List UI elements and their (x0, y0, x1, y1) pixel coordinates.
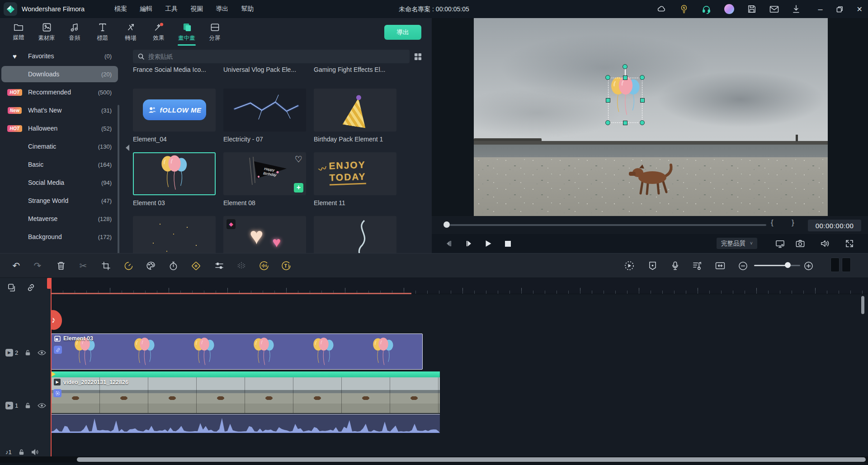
previous-frame-button[interactable] (443, 238, 454, 249)
tab-transitions[interactable]: 轉場 (117, 18, 145, 46)
save-icon[interactable] (747, 5, 756, 14)
cloud-icon[interactable] (656, 4, 666, 14)
tab-media[interactable]: 媒體 (5, 18, 33, 46)
resize-handle-sw[interactable] (605, 120, 610, 125)
resize-handle-s[interactable] (623, 121, 627, 125)
timeline-ruler[interactable] (51, 278, 868, 294)
resize-handle-e[interactable] (640, 98, 645, 103)
add-to-timeline-button[interactable]: + (294, 183, 303, 193)
user-avatar[interactable] (724, 4, 734, 14)
timeline-zoom-slider[interactable] (754, 265, 788, 266)
download-icon[interactable] (792, 5, 800, 14)
stop-button[interactable] (502, 238, 513, 249)
mail-icon[interactable] (769, 5, 779, 13)
tab-split-screen[interactable]: 分屏 (201, 18, 229, 46)
record-voiceover-button[interactable] (668, 259, 682, 272)
tab-effects[interactable]: 效果 (145, 18, 173, 46)
mark-in-button[interactable]: { (771, 218, 774, 227)
sticker-item-element11[interactable]: 〰 ENJOY TODAY Element 11 (314, 152, 396, 216)
sticker-item-partial[interactable] (314, 216, 396, 253)
tab-stock-media[interactable]: 素材庫 (33, 18, 61, 46)
timeline-vscrollbar[interactable] (861, 296, 864, 314)
menu-view[interactable]: 視圖 (190, 5, 203, 13)
marker-button[interactable] (646, 259, 659, 272)
resize-handle-se[interactable] (640, 120, 645, 125)
tab-titles[interactable]: 標題 (89, 18, 117, 46)
link-clips-icon[interactable] (25, 282, 37, 293)
preview-seek-bar[interactable] (450, 224, 766, 226)
fullscreen-icon[interactable] (844, 238, 855, 249)
sidebar-item-halloween[interactable]: HOTHalloween(52) (1, 120, 118, 136)
timer-button[interactable] (166, 259, 180, 272)
sticker-item-element03[interactable]: Element 03 (133, 152, 216, 216)
sticker-item-birthday-pack-1[interactable]: Birthday Pack Element 1 (314, 89, 396, 152)
pip-clip-element03[interactable]: Element 03 (51, 333, 423, 370)
playhead-handle[interactable] (47, 278, 51, 289)
preview-video[interactable] (474, 18, 828, 216)
track1-lock-icon[interactable] (24, 402, 31, 409)
redo-button[interactable]: ↷ (31, 259, 44, 272)
sidebar-item-background[interactable]: Background(172) (1, 229, 118, 245)
sidebar-scrollbar[interactable] (118, 105, 119, 254)
fit-timeline-button[interactable] (713, 259, 727, 272)
sidebar-item-whats-new[interactable]: NewWhat's New(31) (1, 102, 118, 118)
sticker-item-element04[interactable]: fOLLOW ME Element_04 (133, 89, 216, 152)
minimize-button[interactable]: – (818, 5, 823, 14)
sidebar-item-basic[interactable]: Basic(164) (1, 156, 118, 173)
menu-tools[interactable]: 工具 (165, 5, 178, 13)
sticker-item-electricity07[interactable]: Electricity - 07 (223, 89, 306, 152)
next-frame-button[interactable] (463, 238, 474, 249)
support-headset-icon[interactable] (702, 5, 711, 14)
sticker-item-element08[interactable]: Happy Birthday ♡ + Element 08 (223, 152, 306, 216)
sticker-item-partial[interactable] (133, 216, 216, 253)
menu-edit[interactable]: 編輯 (140, 5, 152, 13)
snapshot-camera-icon[interactable] (795, 238, 806, 249)
audio-ducking-button[interactable] (257, 259, 271, 272)
zoom-in-button[interactable] (802, 259, 815, 272)
video-clip-20220131[interactable]: ▶ video_20220131_122826 (51, 377, 440, 413)
mute-speaker-icon[interactable] (820, 238, 830, 249)
preview-seek-handle[interactable] (443, 221, 450, 228)
audio-track-speaker-icon[interactable] (31, 449, 39, 456)
rotate-handle[interactable] (623, 64, 627, 69)
sidebar-item-strange-world[interactable]: Strange World(47) (1, 193, 118, 209)
timeline-hscrollbar[interactable] (77, 457, 866, 462)
menu-export[interactable]: 導出 (216, 5, 228, 13)
resize-handle-n[interactable] (623, 75, 627, 80)
resize-handle-w[interactable] (606, 98, 610, 103)
sidebar-item-social-media[interactable]: Social Media(94) (1, 174, 118, 191)
favorite-icon[interactable]: ♡ (295, 154, 302, 164)
audio-mixer-button[interactable] (690, 259, 704, 272)
render-preview-button[interactable] (623, 259, 636, 272)
pack-label[interactable]: France Social Media Ico... (133, 66, 216, 73)
pack-label[interactable]: Universal Vlog Pack Ele... (223, 66, 306, 73)
pack-label[interactable]: Gaming Fight Effects El... (314, 66, 396, 73)
text-to-speech-button[interactable] (279, 259, 293, 272)
tips-bulb-icon[interactable] (679, 4, 689, 14)
track2-visibility-icon[interactable] (38, 350, 46, 356)
play-button[interactable] (483, 238, 494, 249)
sidebar-item-recommended[interactable]: HOTRecommended(500) (1, 84, 118, 100)
export-button[interactable]: 導出 (384, 25, 421, 40)
track2-lock-icon[interactable] (24, 349, 31, 356)
sidebar-item-downloads[interactable]: Downloads(20) (1, 66, 118, 82)
search-input[interactable] (148, 53, 405, 60)
audio-track-lock-icon[interactable] (18, 449, 25, 456)
sidebar-item-metaverse[interactable]: Metaverse(128) (1, 211, 118, 227)
delete-button[interactable] (54, 259, 68, 272)
tab-audio[interactable]: 音頻 (61, 18, 89, 46)
panel-layout-toggle-1[interactable] (830, 258, 840, 272)
playback-quality-dropdown[interactable]: 完整品質˅ (717, 238, 757, 249)
panel-layout-toggle-2[interactable] (842, 258, 851, 272)
mark-out-button[interactable]: } (792, 218, 794, 227)
denoise-button[interactable] (235, 259, 248, 272)
grid-view-icon[interactable] (412, 51, 423, 62)
manage-tracks-icon[interactable] (6, 282, 18, 293)
adjust-sliders-button[interactable] (212, 259, 226, 272)
menu-file[interactable]: 檔案 (114, 5, 127, 13)
close-button[interactable]: ✕ (857, 5, 863, 14)
track1-visibility-icon[interactable] (38, 403, 46, 409)
keyframe-button[interactable] (189, 259, 203, 272)
audio-waveform[interactable] (51, 414, 440, 433)
display-device-icon[interactable] (774, 238, 785, 249)
